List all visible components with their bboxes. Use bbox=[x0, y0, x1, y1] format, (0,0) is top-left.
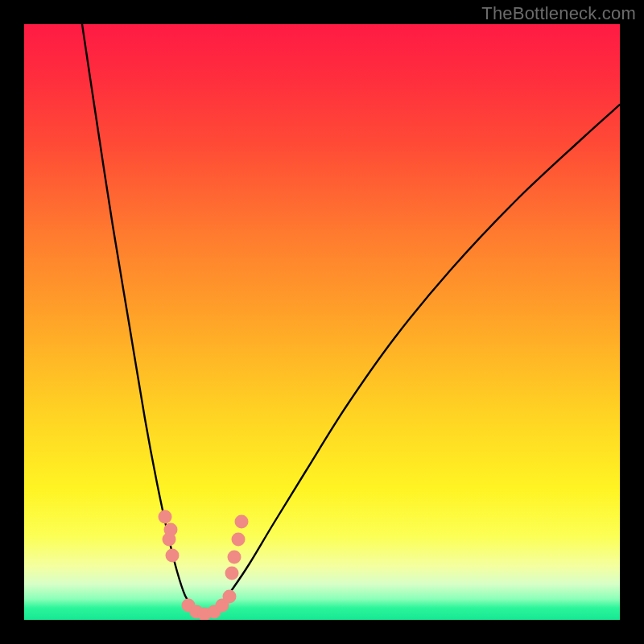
marker-cluster-bottom bbox=[182, 590, 237, 621]
chart-frame: TheBottleneck.com bbox=[0, 0, 644, 644]
marker-dot bbox=[228, 551, 242, 564]
bottleneck-curve bbox=[82, 24, 620, 616]
marker-cluster-left bbox=[159, 510, 180, 563]
marker-dot bbox=[232, 533, 246, 547]
marker-dot bbox=[166, 549, 180, 563]
watermark-text: TheBottleneck.com bbox=[481, 3, 636, 24]
marker-dot bbox=[225, 567, 239, 580]
marker-dot bbox=[223, 590, 237, 604]
marker-dot bbox=[164, 523, 178, 537]
marker-dot bbox=[159, 510, 172, 524]
marker-dot bbox=[235, 515, 249, 529]
plot-area bbox=[24, 24, 620, 620]
curve-layer bbox=[24, 24, 620, 620]
